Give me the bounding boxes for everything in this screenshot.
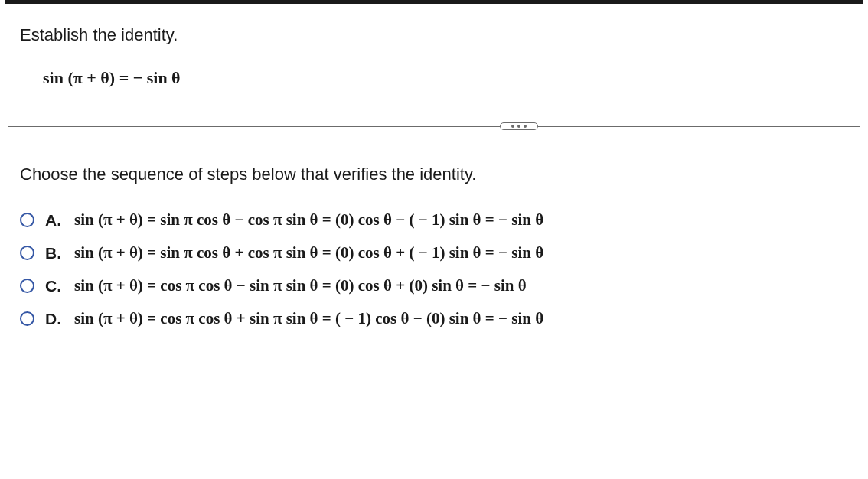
ellipsis-icon [517, 125, 520, 128]
radio-icon[interactable] [20, 246, 34, 260]
option-letter: C. [45, 277, 64, 295]
radio-icon[interactable] [20, 213, 34, 227]
question-text: Choose the sequence of steps below that … [0, 165, 868, 184]
ellipsis-icon [524, 125, 527, 128]
radio-icon[interactable] [20, 279, 34, 293]
ellipsis-badge[interactable] [500, 122, 538, 130]
radio-icon[interactable] [20, 311, 34, 326]
option-letter: B. [45, 244, 64, 262]
option-letter: D. [45, 310, 64, 328]
option-math: sin (π + θ) = sin π cos θ − cos π sin θ … [74, 210, 543, 230]
options-list: A. sin (π + θ) = sin π cos θ − cos π sin… [0, 210, 868, 328]
option-math: sin (π + θ) = cos π cos θ + sin π sin θ … [74, 309, 543, 328]
identity-expression: sin (π + θ) = − sin θ [43, 68, 848, 88]
separator-line [8, 126, 860, 127]
option-math: sin (π + θ) = cos π cos θ − sin π sin θ … [74, 276, 527, 295]
prompt-block: Establish the identity. sin (π + θ) = − … [0, 4, 868, 88]
ellipsis-icon [511, 125, 514, 128]
prompt-text: Establish the identity. [20, 25, 848, 45]
section-separator [8, 119, 860, 134]
option-math: sin (π + θ) = sin π cos θ + cos π sin θ … [74, 243, 543, 262]
option-c[interactable]: C. sin (π + θ) = cos π cos θ − sin π sin… [20, 276, 848, 295]
exercise-page: Establish the identity. sin (π + θ) = − … [0, 0, 868, 328]
option-d[interactable]: D. sin (π + θ) = cos π cos θ + sin π sin… [20, 309, 848, 328]
option-a[interactable]: A. sin (π + θ) = sin π cos θ − cos π sin… [20, 210, 848, 230]
option-b[interactable]: B. sin (π + θ) = sin π cos θ + cos π sin… [20, 243, 848, 262]
option-letter: A. [45, 211, 64, 230]
